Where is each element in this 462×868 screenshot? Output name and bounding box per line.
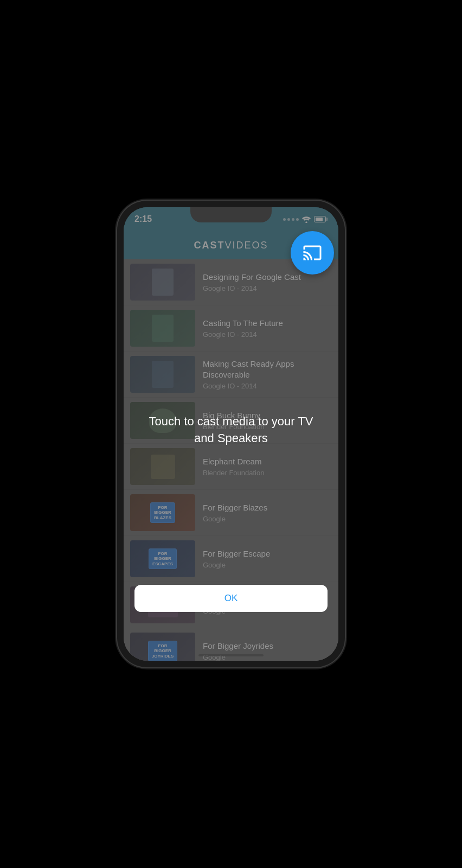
cast-fab-button[interactable]: [291, 231, 334, 275]
tooltip-text: Touch to cast media to your TV and Speak…: [124, 413, 338, 447]
ok-button[interactable]: OK: [134, 585, 328, 612]
cast-icon: [303, 243, 322, 263]
phone-screen: 2:15: [124, 207, 338, 661]
ok-label: OK: [224, 593, 238, 604]
phone-frame: 2:15: [117, 201, 345, 667]
ok-button-container: OK: [124, 585, 338, 612]
